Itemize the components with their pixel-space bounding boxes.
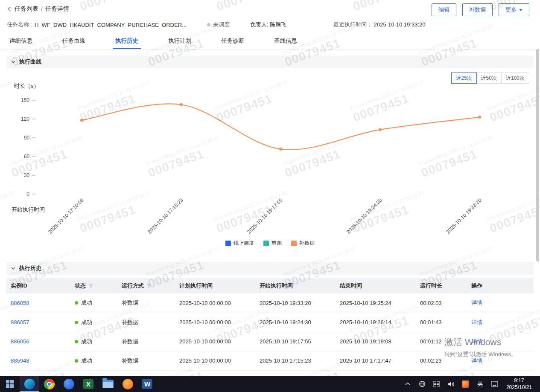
filter-icon[interactable] bbox=[88, 284, 93, 288]
filter-icon[interactable] bbox=[146, 284, 152, 288]
blue-app-button[interactable] bbox=[59, 376, 79, 392]
edit-button[interactable]: 编辑 bbox=[432, 3, 456, 16]
svg-text:150: 150 bbox=[21, 97, 29, 103]
instance-id-link[interactable]: 885948 bbox=[11, 357, 29, 364]
start-button[interactable] bbox=[0, 376, 20, 392]
legend-item[interactable]: 线上调度 bbox=[225, 240, 254, 247]
header-actions: 编辑 补数据 更多 bbox=[432, 3, 529, 16]
execution-curve-chart: 近25次近50次近100次 时长（s）03060901201502025-10-… bbox=[6, 68, 534, 256]
table-header-row: 实例ID状态运行方式计划执行时间开始执行时间结束时间运行时长操作 bbox=[6, 278, 534, 293]
instance-id-link[interactable]: 886056 bbox=[11, 338, 29, 345]
legend-item[interactable]: 重跑 bbox=[263, 240, 282, 247]
tab-exec-plan[interactable]: 执行计划 bbox=[166, 33, 194, 49]
start-time-text: 2025-10-10 19:24:30 bbox=[260, 319, 311, 325]
security-app-icon bbox=[462, 380, 469, 388]
end-time-text: 2025-10-10 17:17:47 bbox=[340, 357, 391, 364]
detail-link[interactable]: 详情 bbox=[471, 319, 482, 325]
run-mode-text: 补数据 bbox=[122, 319, 138, 325]
keyboard-icon bbox=[491, 381, 498, 387]
planned-time-text: 2025-10-10 00:00:00 bbox=[179, 319, 231, 325]
ime-button[interactable] bbox=[488, 376, 501, 392]
end-time-text: 2025-10-10 19:26:14 bbox=[340, 319, 391, 325]
breadcrumb-task-detail: 任务详情 bbox=[45, 5, 69, 13]
clock-time: 9:17 bbox=[506, 377, 532, 384]
table-header: 实例ID状态运行方式计划执行时间开始执行时间结束时间运行时长操作 bbox=[6, 278, 534, 293]
svg-text:2025-10-10 19:24:30: 2025-10-10 19:24:30 bbox=[345, 197, 383, 235]
task-name-value: H_WF_DWD_HKAUDIT_COMPANY_PURCHASE_ORDER.… bbox=[35, 22, 187, 28]
chart-legend: 线上调度重跑补数据 bbox=[6, 240, 534, 247]
network-button[interactable] bbox=[416, 376, 429, 392]
security-app-button[interactable] bbox=[459, 376, 472, 392]
back-icon[interactable] bbox=[7, 6, 12, 12]
edge-browser-button[interactable] bbox=[20, 376, 39, 392]
chrome-icon bbox=[44, 379, 55, 389]
blue-app-icon bbox=[64, 379, 74, 389]
tab-lineage[interactable]: 任务血缘 bbox=[60, 33, 88, 49]
detail-link[interactable]: 详情 bbox=[471, 299, 482, 306]
duration-text: 00:01:43 bbox=[420, 319, 442, 325]
collapse-chevron-icon[interactable] bbox=[11, 59, 16, 64]
instance-id-link[interactable]: 886057 bbox=[11, 319, 29, 325]
tab-diagnosis[interactable]: 任务诊断 bbox=[219, 33, 247, 49]
windows-logo-icon bbox=[6, 380, 14, 388]
planned-time-text: 2025-10-10 00:00:00 bbox=[179, 338, 231, 345]
status-dot-icon bbox=[207, 23, 210, 26]
legend-item[interactable]: 补数据 bbox=[291, 240, 315, 247]
chrome-browser-button[interactable] bbox=[39, 376, 59, 392]
range-button-recent-50[interactable]: 近50次 bbox=[476, 73, 502, 84]
folder-icon bbox=[102, 380, 114, 388]
status-text: 成功 bbox=[81, 338, 92, 346]
owner-label: 负责人: bbox=[250, 21, 270, 28]
tab-baseline[interactable]: 基线信息 bbox=[271, 33, 300, 49]
column-header-instance-id: 实例ID bbox=[6, 278, 70, 293]
taskbar-apps: X W bbox=[0, 376, 157, 392]
svg-text:2025-10-10 19:33:20: 2025-10-10 19:33:20 bbox=[445, 197, 483, 235]
planned-time-text: 2025-10-10 00:00:00 bbox=[179, 300, 231, 306]
execution-curve-svg: 时长（s）03060901201502025-10-10 17:10:58202… bbox=[6, 68, 534, 239]
language-indicator[interactable]: 英 bbox=[474, 376, 487, 392]
owner-info: 负责人: 陈腾飞 bbox=[250, 21, 286, 29]
grid-icon bbox=[433, 381, 440, 387]
legend-label: 线上调度 bbox=[234, 240, 254, 247]
backfill-button[interactable]: 补数据 bbox=[462, 3, 493, 16]
instance-id-link[interactable]: 886058 bbox=[11, 300, 29, 306]
volume-button[interactable] bbox=[445, 376, 458, 392]
tab-exec-history[interactable]: 执行历史 bbox=[113, 33, 141, 49]
svg-text:0: 0 bbox=[26, 191, 29, 197]
history-section-title: 执行历史 bbox=[19, 264, 41, 272]
range-button-recent-100[interactable]: 近100次 bbox=[501, 73, 529, 84]
word-icon: W bbox=[142, 379, 152, 389]
word-button[interactable]: W bbox=[137, 376, 157, 392]
task-info-row: 任务名称： H_WF_DWD_HKAUDIT_COMPANY_PURCHASE_… bbox=[0, 18, 540, 29]
start-time-text: 2025-10-10 19:33:20 bbox=[260, 300, 311, 306]
file-explorer-button[interactable] bbox=[98, 376, 118, 392]
curve-section-title: 执行曲线 bbox=[19, 58, 41, 66]
clock[interactable]: 9:17 2025/10/21 bbox=[503, 377, 535, 391]
success-dot-icon bbox=[75, 340, 78, 343]
table-body: 886058成功补数据2025-10-10 00:00:002025-10-10… bbox=[6, 293, 534, 370]
status-text: 成功 bbox=[81, 319, 92, 326]
table-row: 886057成功补数据2025-10-10 00:00:002025-10-10… bbox=[6, 313, 534, 332]
more-button[interactable]: 更多 bbox=[499, 3, 529, 16]
vertical-scrollbar[interactable] bbox=[536, 49, 539, 261]
svg-text:60: 60 bbox=[24, 154, 30, 160]
owner-value: 陈腾飞 bbox=[270, 21, 286, 28]
task-name-label: 任务名称： bbox=[7, 21, 35, 29]
activation-title: 激活 Windows bbox=[444, 336, 517, 348]
wps-button[interactable] bbox=[118, 376, 137, 392]
collapse-chevron-icon[interactable] bbox=[11, 266, 16, 271]
app-grid-button[interactable] bbox=[430, 376, 443, 392]
tab-details[interactable]: 详细信息 bbox=[7, 33, 35, 49]
breadcrumb-task-list[interactable]: 任务列表 bbox=[15, 5, 38, 13]
clock-date: 2025/10/21 bbox=[506, 384, 532, 391]
system-tray: 英 9:17 2025/10/21 bbox=[401, 376, 540, 392]
svg-text:2025-10-10 17:15:23: 2025-10-10 17:15:23 bbox=[146, 197, 184, 235]
last-exec-value: 2025-10-10 19:33:20 bbox=[374, 21, 426, 28]
column-header-end-time: 结束时间 bbox=[336, 278, 416, 293]
run-mode-text: 补数据 bbox=[122, 299, 138, 306]
svg-text:120: 120 bbox=[21, 116, 29, 122]
last-exec-label: 最近执行时间： bbox=[333, 21, 372, 28]
hidden-icons-button[interactable] bbox=[401, 376, 414, 392]
excel-button[interactable]: X bbox=[79, 376, 98, 392]
range-button-recent-25[interactable]: 近25次 bbox=[451, 73, 476, 84]
